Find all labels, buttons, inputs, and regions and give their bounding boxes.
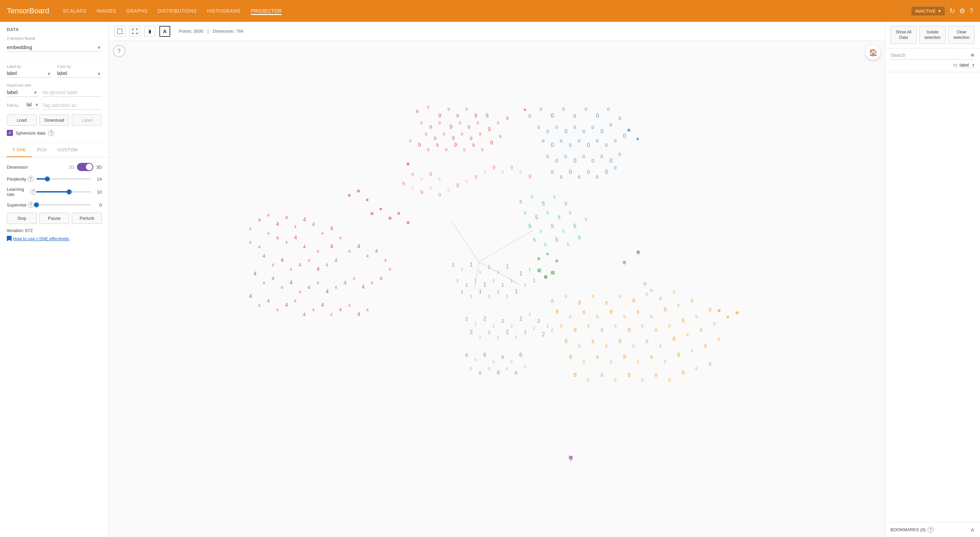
toggle-knob (86, 164, 92, 171)
svg-text:8: 8 (659, 343, 662, 349)
bookmarks-section: BOOKMARKS (0) ? ∧ (885, 522, 980, 537)
svg-rect-68 (398, 212, 400, 215)
svg-text:9: 9 (409, 138, 411, 143)
label-text-icon[interactable]: A (159, 26, 170, 37)
dimension-control: 2D 3D (69, 163, 102, 171)
svg-text:9: 9 (474, 174, 477, 180)
svg-text:5: 5 (533, 237, 536, 242)
color-by-select[interactable]: label (57, 69, 102, 78)
embedding-dropdown-row: embedding ▾ (7, 43, 102, 52)
svg-rect-343 (736, 311, 738, 314)
svg-text:9: 9 (447, 107, 449, 112)
search-by-select[interactable]: label (959, 62, 975, 68)
nav-distributions[interactable]: DISTRIBUTIONS (158, 7, 197, 15)
svg-text:8: 8 (592, 294, 594, 299)
svg-text:8: 8 (700, 327, 703, 333)
svg-text:4: 4 (375, 249, 378, 254)
clear-selection-button[interactable]: Clear selection (948, 26, 975, 44)
perplexity-slider[interactable] (37, 178, 91, 180)
svg-rect-337 (407, 163, 409, 165)
svg-line-312 (479, 230, 533, 262)
nav-scalars[interactable]: SCALARS (63, 7, 86, 15)
supervise-select[interactable]: label (7, 88, 38, 97)
dimension-toggle[interactable] (77, 163, 93, 171)
nav-graphs[interactable]: GRAPHS (126, 7, 148, 15)
edit-by-select[interactable]: label (27, 100, 40, 109)
svg-text:2: 2 (515, 335, 517, 340)
svg-text:4: 4 (299, 289, 301, 295)
svg-text:8: 8 (573, 327, 576, 333)
tsne-visualization[interactable]: 4 4 4 4 4 4 4 4 4 4 4 4 4 4 4 4 4 (109, 41, 885, 537)
nav-images[interactable]: IMAGES (97, 7, 116, 15)
svg-text:9: 9 (436, 142, 439, 148)
collapse-bookmarks-icon[interactable]: ∧ (970, 526, 975, 533)
show-all-data-button[interactable]: Show All Data (891, 26, 917, 44)
load-button[interactable]: Load (7, 115, 37, 126)
svg-text:9: 9 (511, 165, 513, 171)
svg-text:4: 4 (267, 231, 269, 236)
svg-text:6: 6 (506, 366, 508, 371)
dim-2d-label: 2D (69, 164, 75, 170)
svg-text:0: 0 (537, 125, 540, 130)
download-button[interactable]: Download (40, 115, 70, 126)
svg-text:5: 5 (555, 237, 558, 242)
svg-text:9: 9 (461, 132, 463, 137)
svg-text:4: 4 (307, 258, 310, 263)
svg-text:9: 9 (519, 170, 522, 175)
home-button[interactable]: 🏠 (865, 45, 881, 60)
svg-text:0: 0 (560, 138, 562, 143)
sphereize-checkbox[interactable] (7, 130, 13, 136)
svg-text:0: 0 (592, 125, 594, 130)
tsne-link[interactable]: How to use t-SNE effectively. (7, 236, 102, 241)
edit-by-dropdown-row: label ▾ (27, 100, 40, 109)
red-cluster: 9 9 9 9 9 9 9 9 9 9 9 9 9 9 9 9 9 (409, 105, 509, 153)
no-ignored-label-input[interactable] (42, 88, 102, 97)
svg-text:8: 8 (641, 377, 644, 382)
sphereize-help-icon[interactable]: ? (48, 130, 54, 136)
svg-text:0: 0 (551, 142, 554, 148)
svg-text:4: 4 (312, 221, 315, 227)
zoom-expand-icon[interactable] (129, 26, 140, 37)
learning-rate-track (37, 191, 69, 193)
svg-text:2: 2 (533, 325, 535, 330)
svg-text:4: 4 (348, 249, 350, 254)
settings-icon[interactable]: ⚙ (959, 7, 966, 15)
perplexity-help-icon[interactable]: ? (28, 176, 34, 182)
tab-custom[interactable]: CUSTOM (52, 143, 83, 157)
embedding-select[interactable]: embedding (7, 43, 102, 52)
svg-text:4: 4 (294, 234, 297, 240)
separator-pipe: | (207, 29, 208, 34)
nav-histograms[interactable]: HISTOGRAMS (207, 7, 241, 15)
learning-rate-help-icon[interactable]: ? (30, 189, 37, 195)
supervise-slider[interactable] (37, 204, 91, 206)
tag-selection-input[interactable] (42, 101, 102, 110)
stop-button[interactable]: Stop (7, 213, 37, 224)
search-input[interactable] (891, 53, 970, 58)
night-mode-icon[interactable]: ◗ (145, 26, 155, 37)
isolate-selection-button[interactable]: Isolate selection (920, 26, 946, 44)
nav-projector[interactable]: PROJECTOR (251, 7, 282, 15)
svg-text:0: 0 (569, 169, 572, 175)
canvas-help-button[interactable]: ? (113, 45, 125, 57)
pause-button[interactable]: Pause (40, 213, 70, 224)
sphereize-label: Sphereize data (16, 131, 45, 135)
select-box-icon[interactable] (115, 26, 125, 37)
learning-rate-value: 10 (94, 190, 102, 194)
toolbar-separator (174, 27, 175, 36)
tab-tsne[interactable]: T-SNE (7, 143, 32, 157)
learning-rate-slider[interactable] (37, 191, 91, 193)
perturb-button[interactable]: Perturb (72, 213, 102, 224)
svg-text:4: 4 (249, 293, 252, 299)
supervise-control-help-icon[interactable]: ? (28, 202, 34, 208)
status-badge[interactable]: INACTIVE ▾ (911, 6, 945, 16)
svg-text:0: 0 (560, 174, 562, 180)
svg-text:0: 0 (547, 129, 549, 134)
help-circle-icon[interactable]: ? (969, 7, 973, 15)
tab-pca[interactable]: PCA (32, 143, 52, 157)
svg-text:9: 9 (458, 120, 461, 125)
refresh-icon[interactable]: ↻ (949, 7, 955, 15)
label-by-select[interactable]: label (7, 69, 52, 78)
bookmarks-help-icon[interactable]: ? (928, 527, 934, 533)
label-button[interactable]: Label (72, 115, 102, 126)
svg-text:8: 8 (682, 318, 685, 324)
